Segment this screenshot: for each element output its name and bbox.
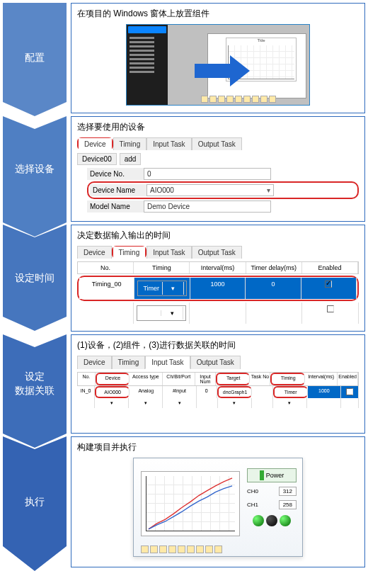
- timing-enabled-cell[interactable]: [302, 303, 359, 324]
- led-icon: [266, 515, 277, 526]
- tab-output-task[interactable]: Output Task: [190, 356, 241, 369]
- device-tabs: Device Timing Input Task Output Task: [77, 137, 359, 150]
- tab-device[interactable]: Device: [77, 246, 112, 259]
- ch0-value: 312: [279, 487, 297, 496]
- input-task-header: No. Device Access type Ch/Bit/Port Input…: [77, 372, 359, 386]
- timing-row-highlight: Timing_00 Timer▾ 1000 0: [77, 276, 359, 301]
- timing-interval-cell[interactable]: 1000: [190, 278, 246, 299]
- cell-target[interactable]: dncGraph1: [217, 386, 252, 398]
- step-chevron-select-device: 选择设备: [3, 116, 67, 222]
- cell-access[interactable]: Analog: [130, 386, 163, 398]
- step-chevron-execute: 执行: [3, 436, 67, 567]
- tab-timing[interactable]: Timing: [113, 137, 147, 150]
- card-configure: 在项目的 Windows 窗体上放置组件 Title: [71, 3, 365, 113]
- ide-toolbar-icons: [201, 96, 276, 103]
- ide-toolbox: [127, 25, 168, 105]
- timing-type-cell[interactable]: ▾: [134, 303, 190, 324]
- placement-arrow-icon: [195, 53, 251, 89]
- card-select-device: 选择要使用的设备 Device Timing Input Task Output…: [71, 116, 365, 222]
- timing-table-header: No. Timing Interval(ms) Timer delay(ms) …: [77, 261, 359, 274]
- device-name-select[interactable]: AIO000: [146, 184, 274, 196]
- cell-interval[interactable]: 1000: [308, 386, 341, 398]
- model-name-label: Model Name: [87, 200, 144, 213]
- device-no-label: Device No.: [87, 168, 144, 180]
- runtime-toolbar[interactable]: [141, 545, 222, 553]
- step-chevron-data-link: 设定 数据关联: [3, 334, 67, 434]
- card-set-timing: 决定数据输入输出的时间 Device Timing Input Task Out…: [71, 225, 365, 332]
- tab-output-task[interactable]: Output Task: [192, 246, 242, 259]
- tab-timing[interactable]: Timing: [113, 247, 146, 259]
- add-device-button[interactable]: add: [120, 153, 142, 165]
- cell-chbit[interactable]: #input: [163, 386, 196, 398]
- led-icon: [280, 515, 291, 526]
- input-task-row-0[interactable]: IN_0 AIO000 Analog #input 0 dncGraph1 Ti…: [77, 386, 359, 398]
- step-label: 设定 数据关联: [15, 370, 54, 397]
- ide-designer: Title: [168, 25, 309, 105]
- cell-num[interactable]: 0: [197, 386, 217, 398]
- runtime-graph: [141, 471, 240, 536]
- cell-taskno[interactable]: [252, 386, 272, 398]
- card-data-link: (1)设备，(2)组件，(3)进行数据关联的时间 Device Timing I…: [71, 334, 365, 434]
- ch1-label: CH1: [247, 502, 258, 508]
- card-title: 选择要使用的设备: [77, 121, 359, 133]
- step-label: 设定时间: [15, 271, 54, 285]
- ch1-value: 258: [279, 500, 297, 509]
- device-name-label: Device Name: [90, 184, 146, 196]
- card-title: 决定数据输入输出的时间: [77, 230, 359, 242]
- power-bar-icon: [260, 470, 264, 480]
- input-task-row-1[interactable]: ▾▾▾ ▾ ▾: [77, 398, 359, 408]
- step-chevron-configure: 配置: [3, 3, 67, 113]
- timing-tabs: Device Timing Input Task Output Task: [77, 246, 359, 259]
- tab-timing[interactable]: Timing: [112, 356, 146, 369]
- model-name-field[interactable]: Demo Device: [144, 200, 271, 213]
- cell-device[interactable]: AIO000: [95, 386, 130, 398]
- card-title: 在项目的 Windows 窗体上放置组件: [77, 8, 359, 20]
- card-title: (1)设备，(2)组件，(3)进行数据关联的时间: [77, 339, 359, 351]
- tab-input-task[interactable]: Input Task: [145, 356, 190, 369]
- svg-marker-1: [3, 116, 67, 237]
- cell-enabled[interactable]: [341, 386, 359, 398]
- ide-screenshot: Title: [126, 24, 310, 106]
- timing-row-0[interactable]: Timing_00 Timer▾ 1000 0: [79, 278, 357, 299]
- tab-device[interactable]: Device: [77, 356, 112, 369]
- timing-row-1[interactable]: ▾: [77, 303, 359, 324]
- tab-input-task[interactable]: Input Task: [146, 137, 191, 150]
- tab-input-task[interactable]: Input Task: [146, 246, 191, 259]
- device-name-highlight: Device NameAIO000: [87, 181, 359, 199]
- device-no-field[interactable]: 0: [144, 168, 271, 180]
- power-indicator: Power: [247, 468, 297, 482]
- inputtask-tabs: Device Timing Input Task Output Task: [77, 356, 359, 369]
- cell-timing[interactable]: Timer: [273, 386, 308, 398]
- step-label: 执行: [25, 495, 45, 509]
- card-title: 构建项目并执行: [77, 441, 359, 453]
- step-label: 配置: [25, 51, 45, 65]
- col-device-highlight: Device: [96, 373, 130, 385]
- led-icon: [253, 515, 264, 526]
- tab-device[interactable]: Device: [79, 138, 112, 150]
- timing-enabled-cell[interactable]: [301, 278, 357, 299]
- ch0-label: CH0: [247, 488, 258, 494]
- device-instance-label: Device00: [77, 153, 117, 165]
- timing-no-cell: Timing_00: [79, 278, 134, 299]
- timing-type-cell[interactable]: Timer▾: [134, 278, 190, 299]
- runtime-window: Power CH0312 CH1258: [133, 458, 303, 557]
- chevron-down-icon: ▾: [163, 282, 184, 295]
- col-target-highlight: Target: [216, 373, 250, 385]
- device-tab-highlight: Device: [77, 137, 113, 150]
- col-timing-highlight: Timing: [270, 373, 304, 385]
- tab-output-task[interactable]: Output Task: [192, 137, 242, 150]
- chevron-down-icon: ▾: [161, 307, 183, 320]
- step-label: 选择设备: [15, 162, 54, 176]
- card-execute: 构建项目并执行 Power CH0312 CH1258: [71, 436, 365, 567]
- indicator-leds: [247, 515, 297, 526]
- step-chevron-set-timing: 设定时间: [3, 225, 67, 332]
- timing-tab-highlight: Timing: [112, 246, 147, 259]
- timing-delay-cell[interactable]: 0: [246, 278, 301, 299]
